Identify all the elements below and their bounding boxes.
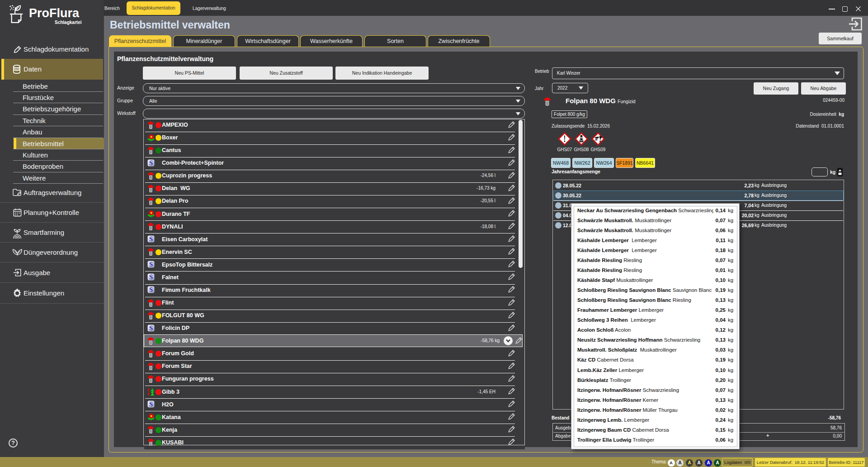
- svg-text:S: S: [149, 273, 153, 281]
- svg-text:S: S: [149, 159, 153, 167]
- svg-text:S: S: [149, 261, 153, 268]
- svg-text:S: S: [149, 324, 153, 332]
- svg-text:S: S: [149, 400, 153, 408]
- svg-text:S: S: [149, 286, 153, 293]
- svg-text:S: S: [149, 235, 153, 243]
